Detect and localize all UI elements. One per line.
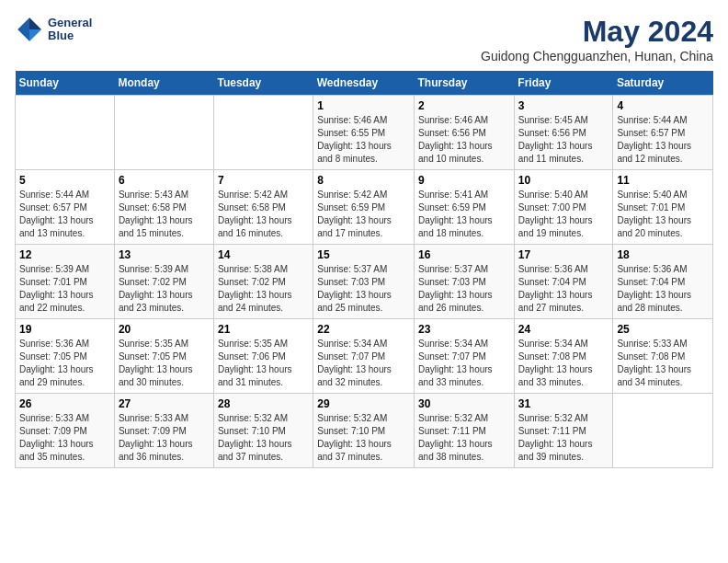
main-title: May 2024 [481, 15, 713, 49]
day-number: 17 [518, 248, 609, 261]
calendar-cell: 3Sunrise: 5:45 AM Sunset: 6:56 PM Daylig… [514, 96, 613, 170]
day-info: Sunrise: 5:37 AM Sunset: 7:03 PM Dayligh… [418, 263, 510, 315]
logo-line1: General [48, 17, 92, 29]
calendar-cell: 20Sunrise: 5:35 AM Sunset: 7:05 PM Dayli… [114, 319, 213, 394]
week-row-1: 1Sunrise: 5:46 AM Sunset: 6:55 PM Daylig… [16, 96, 713, 170]
day-number: 3 [518, 99, 609, 112]
day-number: 4 [617, 99, 709, 112]
day-info: Sunrise: 5:42 AM Sunset: 6:58 PM Dayligh… [218, 189, 309, 240]
calendar-cell: 11Sunrise: 5:40 AM Sunset: 7:01 PM Dayli… [613, 170, 713, 245]
calendar-cell: 24Sunrise: 5:34 AM Sunset: 7:08 PM Dayli… [514, 319, 613, 394]
day-header-tuesday: Tuesday [213, 71, 313, 96]
day-number: 7 [218, 174, 309, 187]
day-number: 2 [418, 99, 510, 112]
calendar-cell: 12Sunrise: 5:39 AM Sunset: 7:01 PM Dayli… [16, 245, 115, 319]
day-header-saturday: Saturday [613, 71, 713, 96]
calendar-cell: 18Sunrise: 5:36 AM Sunset: 7:04 PM Dayli… [613, 245, 713, 319]
day-number: 21 [218, 323, 309, 336]
calendar-cell: 9Sunrise: 5:41 AM Sunset: 6:59 PM Daylig… [415, 170, 515, 245]
day-number: 20 [119, 323, 210, 336]
week-row-3: 12Sunrise: 5:39 AM Sunset: 7:01 PM Dayli… [16, 245, 713, 319]
logo-line2: Blue [48, 29, 92, 42]
day-info: Sunrise: 5:35 AM Sunset: 7:06 PM Dayligh… [218, 338, 309, 389]
page-header: General Blue May 2024 Guidong Chengguanz… [15, 15, 713, 63]
day-info: Sunrise: 5:46 AM Sunset: 6:56 PM Dayligh… [418, 114, 510, 166]
calendar-cell: 14Sunrise: 5:38 AM Sunset: 7:02 PM Dayli… [213, 245, 313, 319]
day-info: Sunrise: 5:46 AM Sunset: 6:55 PM Dayligh… [317, 114, 410, 166]
day-number: 6 [119, 174, 210, 187]
week-row-2: 5Sunrise: 5:44 AM Sunset: 6:57 PM Daylig… [16, 170, 713, 245]
week-row-4: 19Sunrise: 5:36 AM Sunset: 7:05 PM Dayli… [16, 319, 713, 394]
day-number: 10 [518, 174, 609, 187]
calendar-cell [114, 96, 213, 170]
calendar-cell: 5Sunrise: 5:44 AM Sunset: 6:57 PM Daylig… [16, 170, 115, 245]
day-number: 14 [218, 248, 309, 261]
day-info: Sunrise: 5:32 AM Sunset: 7:10 PM Dayligh… [218, 412, 309, 464]
day-number: 16 [418, 248, 510, 261]
calendar-cell: 8Sunrise: 5:42 AM Sunset: 6:59 PM Daylig… [313, 170, 415, 245]
calendar-cell: 28Sunrise: 5:32 AM Sunset: 7:10 PM Dayli… [213, 394, 313, 468]
calendar-cell: 23Sunrise: 5:34 AM Sunset: 7:07 PM Dayli… [415, 319, 515, 394]
day-number: 30 [418, 397, 510, 410]
svg-marker-2 [29, 29, 41, 41]
week-row-5: 26Sunrise: 5:33 AM Sunset: 7:09 PM Dayli… [16, 394, 713, 468]
day-number: 24 [518, 323, 609, 336]
calendar-cell: 27Sunrise: 5:33 AM Sunset: 7:09 PM Dayli… [114, 394, 213, 468]
calendar-cell [613, 394, 713, 468]
day-info: Sunrise: 5:33 AM Sunset: 7:09 PM Dayligh… [119, 412, 210, 464]
day-info: Sunrise: 5:36 AM Sunset: 7:05 PM Dayligh… [19, 338, 110, 389]
day-info: Sunrise: 5:38 AM Sunset: 7:02 PM Dayligh… [218, 263, 309, 315]
day-number: 31 [518, 397, 609, 410]
day-number: 15 [317, 248, 410, 261]
day-info: Sunrise: 5:32 AM Sunset: 7:10 PM Dayligh… [317, 412, 410, 464]
day-info: Sunrise: 5:33 AM Sunset: 7:08 PM Dayligh… [617, 338, 709, 389]
calendar-cell: 30Sunrise: 5:32 AM Sunset: 7:11 PM Dayli… [415, 394, 515, 468]
day-info: Sunrise: 5:43 AM Sunset: 6:58 PM Dayligh… [119, 189, 210, 240]
day-number: 29 [317, 397, 410, 410]
day-info: Sunrise: 5:32 AM Sunset: 7:11 PM Dayligh… [418, 412, 510, 464]
day-info: Sunrise: 5:45 AM Sunset: 6:56 PM Dayligh… [518, 114, 609, 166]
logo: General Blue [15, 15, 92, 44]
day-number: 27 [119, 397, 210, 410]
day-number: 1 [317, 99, 410, 112]
day-info: Sunrise: 5:32 AM Sunset: 7:11 PM Dayligh… [518, 412, 609, 464]
day-info: Sunrise: 5:37 AM Sunset: 7:03 PM Dayligh… [317, 263, 410, 315]
day-number: 12 [19, 248, 110, 261]
day-info: Sunrise: 5:41 AM Sunset: 6:59 PM Dayligh… [418, 189, 510, 240]
day-number: 26 [19, 397, 110, 410]
title-block: May 2024 Guidong Chengguanzhen, Hunan, C… [481, 15, 713, 63]
calendar-cell: 17Sunrise: 5:36 AM Sunset: 7:04 PM Dayli… [514, 245, 613, 319]
calendar-cell: 13Sunrise: 5:39 AM Sunset: 7:02 PM Dayli… [114, 245, 213, 319]
calendar-cell: 16Sunrise: 5:37 AM Sunset: 7:03 PM Dayli… [415, 245, 515, 319]
calendar-cell: 15Sunrise: 5:37 AM Sunset: 7:03 PM Dayli… [313, 245, 415, 319]
day-info: Sunrise: 5:44 AM Sunset: 6:57 PM Dayligh… [617, 114, 709, 166]
calendar-cell: 25Sunrise: 5:33 AM Sunset: 7:08 PM Dayli… [613, 319, 713, 394]
day-number: 25 [617, 323, 709, 336]
calendar-cell: 2Sunrise: 5:46 AM Sunset: 6:56 PM Daylig… [415, 96, 515, 170]
day-number: 8 [317, 174, 410, 187]
day-info: Sunrise: 5:35 AM Sunset: 7:05 PM Dayligh… [119, 338, 210, 389]
calendar-header-row: SundayMondayTuesdayWednesdayThursdayFrid… [16, 71, 713, 96]
day-info: Sunrise: 5:34 AM Sunset: 7:07 PM Dayligh… [317, 338, 410, 389]
logo-text: General Blue [48, 17, 92, 43]
day-info: Sunrise: 5:39 AM Sunset: 7:02 PM Dayligh… [119, 263, 210, 315]
day-info: Sunrise: 5:36 AM Sunset: 7:04 PM Dayligh… [518, 263, 609, 315]
day-header-friday: Friday [514, 71, 613, 96]
day-info: Sunrise: 5:42 AM Sunset: 6:59 PM Dayligh… [317, 189, 410, 240]
day-info: Sunrise: 5:39 AM Sunset: 7:01 PM Dayligh… [19, 263, 110, 315]
day-header-monday: Monday [114, 71, 213, 96]
day-info: Sunrise: 5:34 AM Sunset: 7:07 PM Dayligh… [418, 338, 510, 389]
logo-icon [15, 15, 44, 44]
calendar-cell [213, 96, 313, 170]
subtitle: Guidong Chengguanzhen, Hunan, China [481, 49, 713, 63]
calendar-cell: 29Sunrise: 5:32 AM Sunset: 7:10 PM Dayli… [313, 394, 415, 468]
day-header-wednesday: Wednesday [313, 71, 415, 96]
day-header-thursday: Thursday [415, 71, 515, 96]
day-number: 23 [418, 323, 510, 336]
calendar-cell: 26Sunrise: 5:33 AM Sunset: 7:09 PM Dayli… [16, 394, 115, 468]
svg-marker-1 [29, 17, 41, 29]
day-header-sunday: Sunday [16, 71, 115, 96]
day-number: 28 [218, 397, 309, 410]
day-number: 9 [418, 174, 510, 187]
calendar-cell [16, 96, 115, 170]
